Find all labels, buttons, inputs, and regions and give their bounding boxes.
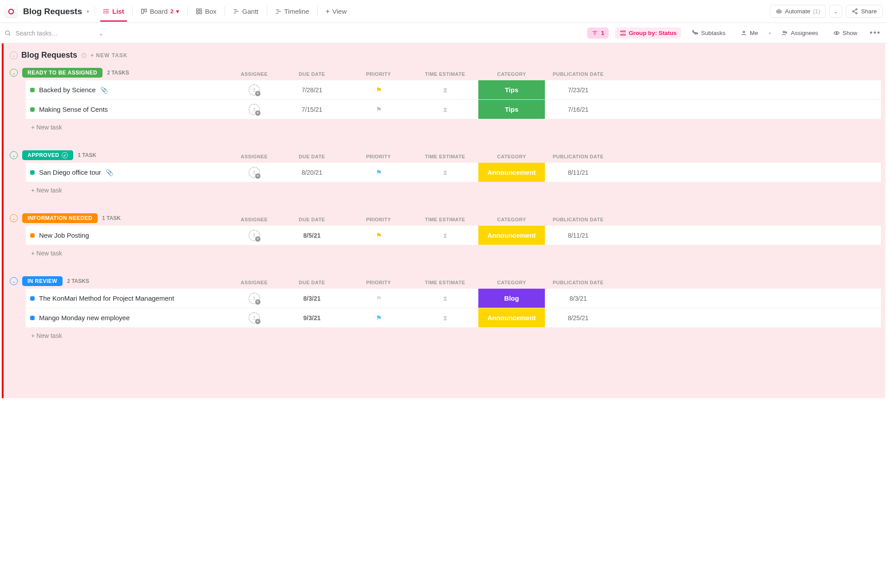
- assignee-add[interactable]: [248, 293, 260, 304]
- group-collapse-approved[interactable]: ⌄: [10, 151, 18, 159]
- column-header[interactable]: TIME ESTIMATE: [412, 217, 478, 222]
- column-header[interactable]: PUBLICATION DATE: [545, 71, 611, 77]
- view-tab-gantt[interactable]: Gantt: [230, 1, 261, 21]
- publication-date-cell[interactable]: 8/11/21: [545, 165, 611, 180]
- column-header[interactable]: ASSIGNEE: [230, 154, 279, 159]
- column-header[interactable]: TIME ESTIMATE: [412, 280, 478, 285]
- time-estimate-icon[interactable]: ⧗: [443, 294, 448, 302]
- share-button[interactable]: Share: [846, 5, 883, 18]
- task-row[interactable]: Making Sense of Cents7/15/21⚑⧗Tips7/16/2…: [26, 100, 881, 119]
- task-status-dot[interactable]: [30, 296, 35, 301]
- new-task-button[interactable]: + New task: [26, 245, 881, 261]
- group-collapse-review[interactable]: ⌄: [10, 277, 18, 285]
- show-button[interactable]: Show: [829, 27, 862, 39]
- view-tab-box[interactable]: Box: [193, 1, 219, 21]
- column-header[interactable]: DUE DATE: [279, 280, 345, 285]
- automate-dropdown[interactable]: ⌄: [829, 5, 842, 18]
- attachment-icon[interactable]: 📎: [106, 169, 113, 176]
- column-header[interactable]: CATEGORY: [478, 280, 545, 285]
- column-header[interactable]: PRIORITY: [345, 71, 412, 77]
- assignee-add[interactable]: [248, 104, 260, 115]
- info-icon[interactable]: [81, 52, 87, 59]
- column-header[interactable]: ASSIGNEE: [230, 71, 279, 77]
- publication-date-cell[interactable]: 8/11/21: [545, 228, 611, 243]
- due-date-cell[interactable]: 7/15/21: [279, 102, 345, 117]
- column-header[interactable]: TIME ESTIMATE: [412, 71, 478, 77]
- column-header[interactable]: PRIORITY: [345, 280, 412, 285]
- group-collapse-ready[interactable]: ⌄: [10, 69, 18, 77]
- time-estimate-icon[interactable]: ⧗: [443, 231, 448, 239]
- task-status-dot[interactable]: [30, 233, 35, 238]
- task-row[interactable]: San Diego office tour📎8/20/21⚑⧗Announcem…: [26, 163, 881, 182]
- time-estimate-icon[interactable]: ⧗: [443, 106, 448, 114]
- due-date-cell[interactable]: 8/20/21: [279, 165, 345, 180]
- column-header[interactable]: ASSIGNEE: [230, 217, 279, 222]
- task-status-dot[interactable]: [30, 107, 35, 112]
- add-view-button[interactable]: + View: [323, 1, 350, 22]
- time-estimate-icon[interactable]: ⧗: [443, 314, 448, 322]
- priority-flag-icon[interactable]: ⚑: [376, 106, 382, 114]
- category-chip[interactable]: Tips: [478, 80, 545, 99]
- due-date-cell[interactable]: 8/5/21: [279, 228, 345, 243]
- category-chip[interactable]: Announcement: [478, 226, 545, 245]
- task-status-dot[interactable]: [30, 316, 35, 320]
- me-button[interactable]: Me: [736, 27, 763, 39]
- due-date-cell[interactable]: 9/3/21: [279, 311, 345, 325]
- category-chip[interactable]: Tips: [478, 100, 545, 119]
- column-header[interactable]: PUBLICATION DATE: [545, 280, 611, 285]
- task-row[interactable]: The KonMari Method for Project Managemen…: [26, 289, 881, 308]
- column-header[interactable]: TIME ESTIMATE: [412, 154, 478, 159]
- task-status-dot[interactable]: [30, 88, 35, 92]
- assignee-add[interactable]: [248, 230, 260, 241]
- search-input[interactable]: [15, 29, 86, 37]
- assignees-button[interactable]: Assignees: [777, 27, 823, 39]
- category-chip[interactable]: Blog: [478, 289, 545, 308]
- filter-button[interactable]: 1: [587, 27, 608, 39]
- column-header[interactable]: CATEGORY: [478, 154, 545, 159]
- title-dropdown[interactable]: ▾: [87, 8, 89, 15]
- assignee-add[interactable]: [248, 84, 260, 96]
- attachment-icon[interactable]: 📎: [100, 86, 108, 94]
- group-collapse-info[interactable]: ⌄: [10, 214, 18, 222]
- list-collapse-toggle[interactable]: ⌄: [10, 51, 18, 59]
- task-status-dot[interactable]: [30, 170, 35, 175]
- priority-flag-icon[interactable]: ⚑: [376, 169, 382, 176]
- priority-flag-icon[interactable]: ⚑: [376, 294, 382, 302]
- publication-date-cell[interactable]: 8/3/21: [545, 291, 611, 306]
- more-menu[interactable]: •••: [868, 27, 883, 39]
- category-chip[interactable]: Announcement: [478, 308, 545, 327]
- view-tab-board-caret[interactable]: ▾: [176, 8, 179, 15]
- task-row[interactable]: Backed by Science📎7/28/21⚑⧗Tips7/23/21: [26, 80, 881, 100]
- column-header[interactable]: PRIORITY: [345, 154, 412, 159]
- column-header[interactable]: PRIORITY: [345, 217, 412, 222]
- assignee-add[interactable]: [248, 312, 260, 324]
- group-status-chip[interactable]: APPROVED✓: [22, 150, 73, 160]
- category-chip[interactable]: Announcement: [478, 163, 545, 182]
- column-header[interactable]: DUE DATE: [279, 71, 345, 77]
- priority-flag-icon[interactable]: ⚑: [376, 314, 382, 322]
- task-row[interactable]: Mango Monday new employee9/3/21⚑⧗Announc…: [26, 308, 881, 328]
- group-status-chip[interactable]: INFORMATION NEEDED: [22, 213, 98, 223]
- groupby-button[interactable]: Group by: Status: [615, 27, 681, 39]
- time-estimate-icon[interactable]: ⧗: [443, 169, 448, 176]
- column-header[interactable]: DUE DATE: [279, 154, 345, 159]
- priority-flag-icon[interactable]: ⚑: [376, 231, 382, 239]
- new-task-button[interactable]: + New task: [26, 182, 881, 198]
- view-tab-list[interactable]: List: [100, 1, 127, 21]
- view-tab-board[interactable]: Board 2 ▾: [138, 1, 182, 21]
- column-header[interactable]: ASSIGNEE: [230, 280, 279, 285]
- column-header[interactable]: DUE DATE: [279, 217, 345, 222]
- search-dropdown[interactable]: ⌄: [96, 29, 106, 38]
- time-estimate-icon[interactable]: ⧗: [443, 86, 448, 94]
- priority-flag-icon[interactable]: ⚑: [376, 86, 382, 94]
- due-date-cell[interactable]: 7/28/21: [279, 83, 345, 97]
- publication-date-cell[interactable]: 7/23/21: [545, 83, 611, 97]
- view-tab-timeline[interactable]: Timeline: [272, 1, 312, 21]
- group-status-chip[interactable]: IN REVIEW: [22, 276, 63, 286]
- new-task-button[interactable]: + New task: [26, 328, 881, 344]
- publication-date-cell[interactable]: 8/25/21: [545, 311, 611, 325]
- publication-date-cell[interactable]: 7/16/21: [545, 102, 611, 117]
- column-header[interactable]: CATEGORY: [478, 71, 545, 77]
- task-row[interactable]: New Job Posting8/5/21⚑⧗Announcement8/11/…: [26, 226, 881, 245]
- new-task-top[interactable]: + NEW TASK: [91, 52, 127, 59]
